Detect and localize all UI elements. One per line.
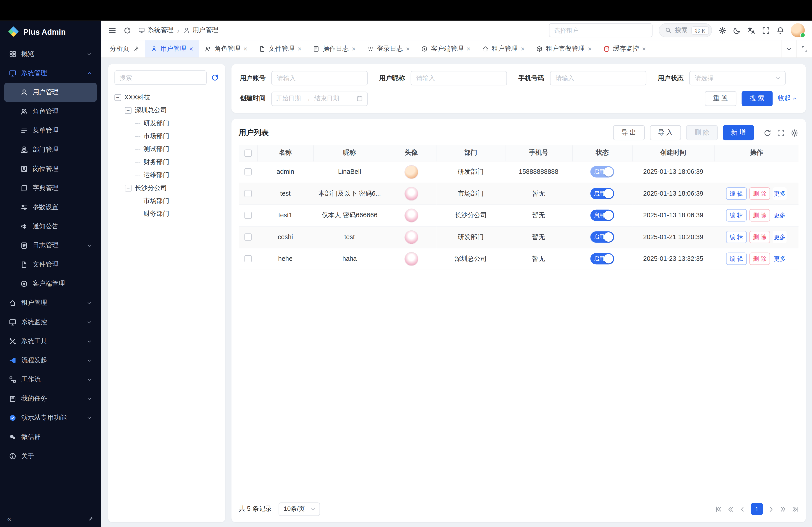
table-fullscreen-icon[interactable]: [777, 129, 785, 137]
tab-tenant-package-management[interactable]: 租户套餐管理 ×: [530, 40, 597, 58]
tree-node-branch[interactable]: −长沙分公司: [114, 182, 219, 195]
more-button[interactable]: 更多: [773, 253, 787, 265]
sidebar-item-process-initiation[interactable]: 流程发起: [4, 351, 97, 370]
row-checkbox[interactable]: [245, 168, 252, 176]
tree-node-dept[interactable]: 研发部门: [114, 117, 219, 130]
tree-node-dept[interactable]: 测试部门: [114, 143, 219, 156]
status-toggle[interactable]: 启用: [590, 166, 614, 178]
tree-node-company[interactable]: −XXX科技: [114, 91, 219, 104]
close-icon[interactable]: ×: [406, 46, 410, 52]
app-logo[interactable]: Plus Admin: [0, 21, 101, 42]
tab-tenant-management[interactable]: 租户管理 ×: [476, 40, 530, 58]
delete-row-button[interactable]: 删 除: [749, 187, 770, 200]
close-icon[interactable]: ×: [642, 46, 646, 52]
nickname-input[interactable]: [411, 71, 507, 86]
header-checkbox[interactable]: [244, 150, 251, 157]
delete-row-button[interactable]: 删 除: [749, 209, 770, 222]
sidebar-item-parameter-settings[interactable]: 参数设置: [4, 198, 97, 217]
sidebar-item-dict-management[interactable]: 字典管理: [4, 179, 97, 198]
delete-row-button[interactable]: 删 除: [749, 253, 770, 265]
tree-node-dept[interactable]: 市场部门: [114, 130, 219, 143]
sidebar-item-user-management[interactable]: 用户管理: [4, 83, 97, 102]
prev-page-icon[interactable]: [739, 506, 746, 513]
table-settings-gear-icon[interactable]: [791, 129, 799, 137]
tab-operation-log[interactable]: 操作日志 ×: [307, 40, 361, 58]
prev-5-pages-icon[interactable]: [727, 506, 734, 513]
translate-icon[interactable]: [747, 26, 756, 34]
last-page-icon[interactable]: [791, 506, 798, 513]
sidebar-item-demo-features[interactable]: 演示站专用功能: [4, 408, 97, 427]
edit-button[interactable]: 编 辑: [726, 187, 746, 200]
sidebar-item-wechat-group[interactable]: 微信群: [4, 427, 97, 447]
sidebar-item-role-management[interactable]: 角色管理: [4, 102, 97, 121]
tab-list-dropdown-button[interactable]: [781, 40, 796, 58]
status-toggle[interactable]: 启用: [590, 253, 614, 265]
pin-icon[interactable]: [87, 515, 94, 522]
user-avatar[interactable]: [791, 23, 805, 37]
export-button[interactable]: 导 出: [613, 125, 644, 140]
more-button[interactable]: 更多: [773, 209, 787, 222]
edit-button[interactable]: 编 辑: [726, 253, 746, 265]
tab-role-management[interactable]: 角色管理 ×: [199, 40, 253, 58]
breadcrumb-section[interactable]: 系统管理: [138, 26, 173, 35]
import-button[interactable]: 导 入: [650, 125, 681, 140]
row-checkbox[interactable]: [245, 190, 252, 197]
close-icon[interactable]: ×: [521, 46, 525, 52]
tenant-select-input[interactable]: [549, 23, 652, 37]
close-icon[interactable]: ×: [189, 46, 193, 52]
current-page-button[interactable]: 1: [751, 503, 763, 515]
tree-refresh-icon[interactable]: [211, 74, 219, 82]
sidebar-item-overview[interactable]: 概览: [4, 44, 97, 63]
sidebar-item-log-management[interactable]: 日志管理: [4, 236, 97, 255]
edit-button[interactable]: 编 辑: [726, 209, 746, 222]
row-checkbox[interactable]: [245, 255, 252, 262]
more-button[interactable]: 更多: [773, 187, 787, 200]
collapse-sidebar-button[interactable]: «: [7, 515, 11, 523]
sidebar-item-system-monitor[interactable]: 系统监控: [4, 313, 97, 332]
sidebar-item-client-management[interactable]: 客户端管理: [4, 274, 97, 293]
tree-node-dept[interactable]: 财务部门: [114, 208, 219, 221]
tree-collapse-icon[interactable]: −: [125, 107, 131, 114]
notification-bell-icon[interactable]: [777, 26, 785, 34]
sidebar-item-my-tasks[interactable]: 我的任务: [4, 389, 97, 408]
sidebar-item-system-tools[interactable]: 系统工具: [4, 332, 97, 351]
add-button[interactable]: 新 增: [723, 125, 754, 140]
sidebar-item-tenant-management[interactable]: 租户管理: [4, 293, 97, 313]
tree-node-dept[interactable]: 运维部门: [114, 169, 219, 181]
tab-file-management[interactable]: 文件管理 ×: [253, 40, 307, 58]
sidebar-item-post-management[interactable]: 岗位管理: [4, 160, 97, 179]
table-refresh-icon[interactable]: [763, 129, 772, 137]
sidebar-item-system-management[interactable]: 系统管理: [4, 63, 97, 83]
sidebar-item-workflow[interactable]: 工作流: [4, 370, 97, 389]
sidebar-item-about[interactable]: 关于: [4, 447, 97, 466]
gear-icon[interactable]: [718, 26, 726, 34]
pin-icon[interactable]: [132, 46, 139, 52]
row-checkbox[interactable]: [245, 212, 252, 219]
tree-node-dept[interactable]: 市场部门: [114, 195, 219, 207]
tab-client-management[interactable]: 客户端管理 ×: [416, 40, 476, 58]
search-button[interactable]: 搜 索: [741, 91, 773, 106]
tree-collapse-icon[interactable]: −: [125, 185, 131, 192]
close-icon[interactable]: ×: [352, 46, 356, 52]
tab-login-log[interactable]: 登录日志 ×: [361, 40, 416, 58]
status-select[interactable]: 请选择: [689, 71, 786, 86]
fullscreen-icon[interactable]: [762, 26, 770, 34]
status-toggle[interactable]: 启用: [590, 231, 614, 243]
tree-node-dept[interactable]: 财务部门: [114, 156, 219, 169]
hamburger-menu-icon[interactable]: [108, 26, 117, 34]
account-input[interactable]: [271, 71, 368, 86]
close-icon[interactable]: ×: [298, 46, 301, 52]
sidebar-item-file-management[interactable]: 文件管理: [4, 255, 97, 274]
tab-fullscreen-button[interactable]: [796, 40, 812, 58]
tree-collapse-icon[interactable]: −: [114, 94, 121, 101]
dark-mode-moon-icon[interactable]: [733, 26, 741, 34]
more-button[interactable]: 更多: [773, 231, 787, 243]
delete-row-button[interactable]: 删 除: [749, 231, 770, 243]
refresh-icon[interactable]: [123, 26, 131, 34]
sidebar-item-menu-management[interactable]: 菜单管理: [4, 121, 97, 140]
next-page-icon[interactable]: [768, 506, 775, 513]
tab-cache-monitor[interactable]: 缓存监控 ×: [597, 40, 652, 58]
phone-input[interactable]: [550, 71, 646, 86]
date-range-picker[interactable]: 开始日期 → 结束日期: [271, 91, 368, 106]
close-icon[interactable]: ×: [243, 46, 247, 52]
